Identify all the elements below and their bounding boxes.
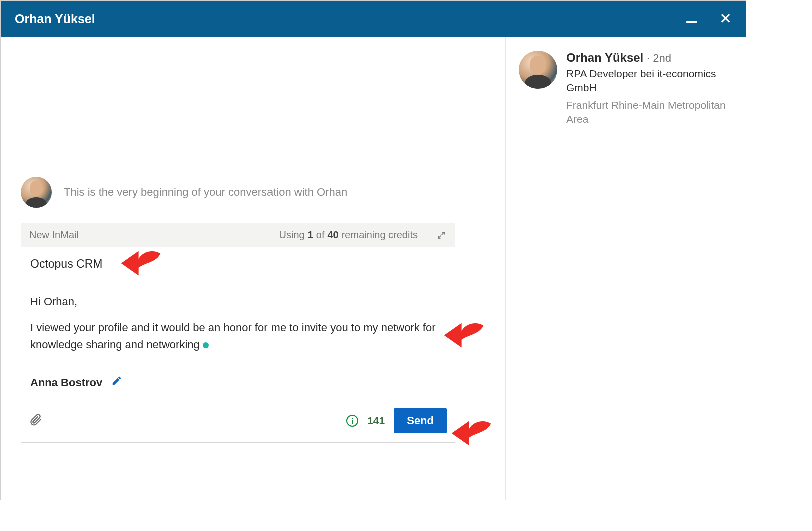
char-count: 141 [367, 415, 385, 427]
compose-header: New InMail Using 1 of 40 remaining credi… [21, 223, 455, 247]
message-window: Orhan Yüksel ✕ This is the very beginnin… [0, 0, 746, 500]
credits-used: 1 [308, 229, 313, 241]
compose-type-label: New InMail [21, 223, 87, 247]
info-icon[interactable]: i [346, 415, 358, 427]
profile-location: Frankfurt Rhine-Main Metropolitan Area [566, 98, 733, 127]
minimize-icon[interactable] [686, 21, 697, 23]
profile-name[interactable]: Orhan Yüksel [566, 51, 643, 64]
credits-total: 40 [327, 229, 338, 241]
profile-headline: RPA Developer bei it-economics GmbH [566, 67, 733, 95]
avatar [21, 177, 52, 208]
cursor-indicator [203, 342, 209, 348]
window-title: Orhan Yüksel [15, 12, 95, 26]
compose-footer: i 141 Send [21, 401, 455, 442]
credits-label: Using 1 of 40 remaining credits [87, 223, 427, 247]
close-icon[interactable]: ✕ [719, 11, 732, 26]
credits-prefix: Using [279, 229, 305, 241]
conversation-start: This is the very beginning of your conve… [21, 177, 347, 208]
annotation-arrow-icon [449, 416, 494, 451]
titlebar: Orhan Yüksel ✕ [1, 1, 746, 37]
connection-degree: 2nd [653, 52, 671, 64]
message-body-input[interactable]: Hi Orhan, I viewed your profile and it w… [21, 281, 455, 401]
send-button[interactable]: Send [394, 408, 447, 433]
credits-of: of [316, 229, 325, 241]
conversation-intro-text: This is the very beginning of your conve… [64, 186, 347, 199]
avatar[interactable] [519, 51, 557, 89]
edit-signature-icon[interactable] [111, 374, 122, 391]
compose-panel: New InMail Using 1 of 40 remaining credi… [21, 223, 455, 443]
credits-suffix: remaining credits [342, 229, 418, 241]
greeting-text: Hi Orhan, [30, 293, 446, 310]
subject-input[interactable]: Octopus CRM [21, 247, 455, 281]
body-text: I viewed your profile and it would be an… [30, 321, 436, 351]
conversation-pane: This is the very beginning of your conve… [1, 37, 505, 500]
attach-icon[interactable] [29, 413, 42, 429]
signature-text: Anna Bostrov [30, 374, 102, 391]
expand-icon[interactable] [427, 223, 455, 247]
profile-sidebar: Orhan Yüksel · 2nd RPA Developer bei it-… [505, 37, 746, 500]
